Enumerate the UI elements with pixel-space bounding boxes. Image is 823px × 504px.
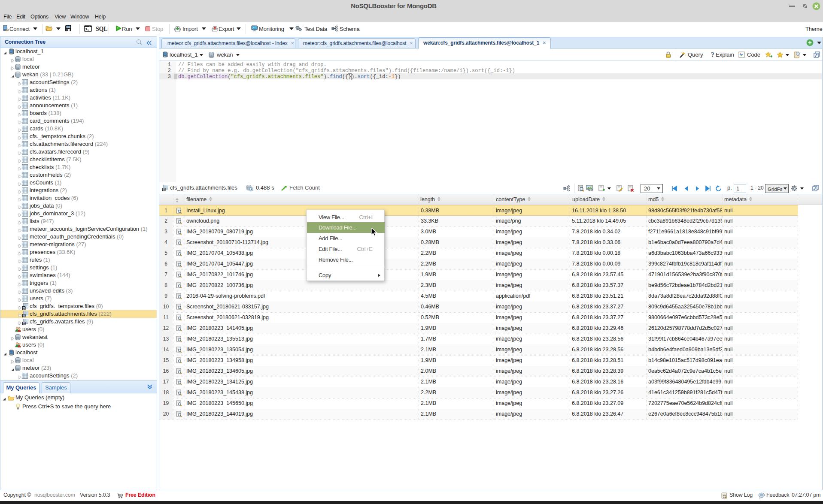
svg-text:?: ? — [711, 51, 714, 58]
